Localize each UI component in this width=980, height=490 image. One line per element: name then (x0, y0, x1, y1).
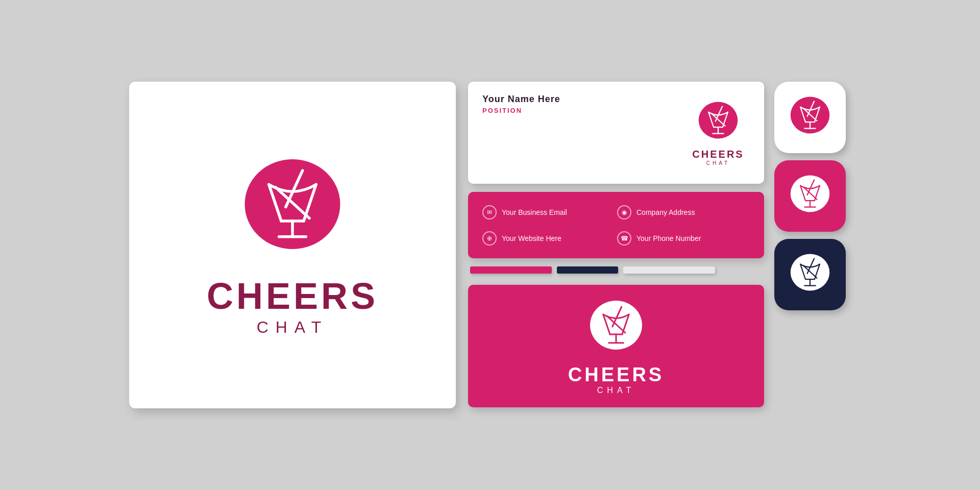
brand-name-back: CHEERS (568, 364, 664, 386)
cards-column: Your Name Here POSITION (468, 82, 764, 407)
contact-name: Your Name Here (482, 94, 668, 105)
logo-text-large: CHEERS CHAT (207, 276, 378, 336)
address-info: ◉ Company Address (617, 200, 750, 224)
app-icon-pink-svg (787, 173, 833, 219)
logo-icon-card (695, 100, 741, 145)
location-icon: ◉ (617, 205, 631, 219)
strip-white (623, 266, 715, 274)
phone-icon: ☎ (617, 231, 631, 246)
email-info: ✉ Your Business Email (482, 200, 615, 224)
biz-card-info: ✉ Your Business Email ◉ Company Address … (468, 192, 764, 258)
logo-icon-large (236, 154, 349, 266)
biz-card-front: Your Name Here POSITION (468, 82, 764, 184)
brand-tagline-large: CHAT (257, 318, 329, 336)
right-section: Your Name Here POSITION (468, 82, 851, 407)
logo-text-back: CHEERS CHAT (568, 364, 664, 395)
email-label: Your Business Email (502, 208, 567, 216)
logo-icon-back (585, 298, 647, 359)
logo-card-main: CHEERS CHAT (129, 82, 456, 408)
phone-label: Your Phone Number (636, 234, 701, 242)
app-icon-white-svg (787, 94, 833, 140)
brand-tagline-back: CHAT (597, 386, 635, 395)
strip-pink (470, 266, 552, 274)
app-icon-navy-svg (787, 252, 833, 298)
biz-card-left: Your Name Here POSITION (468, 82, 682, 184)
app-icon-white[interactable] (774, 82, 846, 153)
brand-name-large: CHEERS (207, 276, 378, 316)
website-info: ⊕ Your Website Here (482, 226, 615, 250)
main-container: CHEERS CHAT Your Name Here POSITION (109, 61, 871, 429)
icons-column (774, 82, 851, 310)
website-label: Your Website Here (502, 234, 561, 242)
email-icon: ✉ (482, 205, 497, 219)
app-icon-pink[interactable] (774, 160, 846, 232)
biz-card-back: CHEERS CHAT (468, 285, 764, 407)
logo-text-card: CHEERS CHAT (692, 149, 744, 166)
app-icon-navy[interactable] (774, 239, 846, 310)
brand-tagline-card: CHAT (706, 160, 730, 166)
strip-navy (557, 266, 618, 274)
biz-card-right: CHEERS CHAT (682, 82, 764, 184)
brand-name-card: CHEERS (692, 149, 744, 160)
globe-icon: ⊕ (482, 231, 497, 246)
card-strips (468, 266, 764, 277)
address-label: Company Address (636, 208, 695, 216)
phone-info: ☎ Your Phone Number (617, 226, 750, 250)
contact-position: POSITION (482, 107, 668, 114)
